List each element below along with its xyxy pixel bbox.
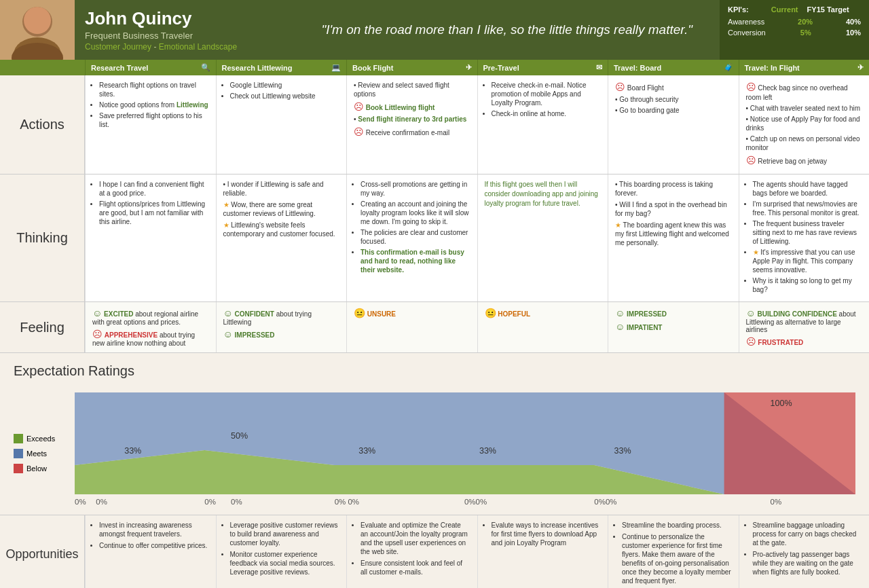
feeling-label: Feeling [0, 302, 85, 352]
wow-icon: ★ [615, 221, 621, 229]
list-item: • Notice use of Apply Pay for food and d… [746, 115, 863, 132]
list-item: The agents should have tagged bags befor… [753, 180, 863, 198]
opps-cell-2: Leverage positive customer reviews to bu… [216, 515, 347, 588]
actions-cell-3: • Review and select saved flight options… [346, 75, 477, 174]
kpi-panel: KPI's: Current FY15 Target Awareness 20%… [720, 0, 869, 60]
thinking-list-1: I hope I can find a convenient flight at… [99, 180, 209, 226]
bottom-label-1: 0% [75, 498, 86, 507]
actions-cell-6: ☹ Check bag since no overhead room left … [739, 75, 870, 174]
actions-list-2: Google Littlewing Check out Littlewing w… [230, 81, 340, 100]
feeling-cell-6: ☺ BUILDING CONFIDENCE about Littlewing a… [739, 302, 870, 352]
list-item: Research flight options on travel sites. [99, 81, 209, 98]
actions-cell-1: Research flight options on travel sites.… [85, 75, 216, 174]
legend-exceeds: Exceeds [14, 434, 68, 443]
list-item: ★ Littlewing's website feels contemporar… [223, 221, 340, 238]
actions-cell-5: ☹ Board Flight • Go through security • G… [608, 75, 739, 174]
list-item: ★ The boarding agent knew this was my fi… [615, 221, 732, 247]
list-item: Check-in online at home. [492, 109, 602, 118]
opps-cell-6: Streamline baggage unloading process for… [739, 515, 870, 588]
list-item: The policies are clear and customer focu… [360, 228, 470, 246]
chart-title: Expectation Ratings [14, 363, 855, 379]
kpi-title: KPI's: Current FY15 Target [728, 5, 861, 14]
feeling-item: 😐 HOPEFUL [485, 308, 602, 318]
feeling-cell-4: 😐 HOPEFUL [477, 302, 608, 352]
happy-icon: ☺ [223, 329, 233, 339]
journey-label: Customer Journey - Emotional Landscape [85, 42, 284, 52]
list-item: Streamline the boarding process. [622, 521, 732, 530]
legend-meets: Meets [14, 449, 68, 458]
list-item: • Go to boarding gate [615, 106, 732, 115]
book-flight-icon: ✈ [466, 63, 472, 72]
list-item: • Review and select saved flight options [354, 81, 470, 98]
feeling-item: ☺ BUILDING CONFIDENCE about Littlewing a… [746, 308, 863, 333]
svg-point-3 [24, 7, 51, 34]
list-item: ☹ Check bag since no overhead room left [746, 81, 863, 102]
phase-travel-in-flight: Travel: In Flight ✈ [739, 60, 870, 75]
feeling-item: ☺ CONFIDENT about trying Littlewing [223, 308, 340, 326]
travel-board-label: Travel: Board [614, 64, 661, 72]
kpi-conversion: Conversion 5% 10% [728, 27, 861, 38]
phases-spacer [0, 60, 85, 75]
opportunities-section: Opportunities Invest in increasing aware… [0, 515, 869, 588]
list-item: I hope I can find a convenient flight at… [99, 180, 209, 198]
sad-icon: ☹ [746, 336, 756, 347]
neutral-icon: 😐 [485, 308, 496, 318]
chart-legend: Exceeds Meets Below [14, 386, 68, 508]
meets-box [14, 449, 23, 458]
chart-section: Expectation Ratings Exceeds Meets Below [0, 353, 869, 515]
phase-book-flight: Book Flight ✈ [346, 60, 477, 75]
list-item: • Send flight itinerary to 3rd parties [354, 115, 470, 124]
header: John Quincy Frequent Business Traveler C… [0, 0, 869, 60]
thinking-list-2: • I wonder if Littlewing is safe and rel… [223, 180, 340, 238]
exceeds-box [14, 434, 23, 443]
list-item: Flight options/prices from Littlewing ar… [99, 200, 209, 226]
opportunities-cells: Invest in increasing awareness amongst f… [85, 515, 869, 588]
research-travel-icon: 🔍 [201, 63, 210, 72]
thinking-cell-5: • This boarding process is taking foreve… [608, 174, 739, 301]
actions-list-3: • Review and select saved flight options… [354, 81, 470, 138]
book-flight-label: Book Flight [352, 64, 394, 72]
opportunities-label: Opportunities [0, 515, 85, 588]
opps-cell-3: Evaluate and optimize the Create an acco… [346, 515, 477, 588]
phase-travel-board: Travel: Board 🧳 [608, 60, 739, 75]
pain-icon: ☹ [354, 101, 364, 112]
bottom-label-2: 0% [96, 498, 107, 507]
thinking-text-4: If this flight goes well then I will con… [485, 180, 602, 208]
list-item: ★ It's impressive that you can use Apple… [753, 248, 863, 274]
list-item: • Catch up on news on personal video mon… [746, 134, 863, 152]
opps-list-6: Streamline baggage unloading process for… [753, 521, 863, 576]
feeling-item: ☺ IMPRESSED [223, 329, 340, 339]
feeling-item: ☺ IMPATIENT [615, 321, 732, 332]
feeling-item: ☺ IMPRESSED [615, 308, 732, 318]
chart-container: Exceeds Meets Below [14, 386, 855, 508]
phase-research-travel: Research Travel 🔍 [85, 60, 216, 75]
actions-list-4: Receive check-in e-mail. Notice promotio… [492, 81, 602, 118]
list-item: Cross-sell promotions are getting in my … [360, 180, 470, 198]
opps-list-2: Leverage positive customer reviews to bu… [230, 521, 340, 576]
thinking-list-6: The agents should have tagged bags befor… [753, 180, 863, 294]
quote-text: "I'm on the road more than I like, so th… [321, 21, 692, 39]
opps-list-3: Evaluate and optimize the Create an acco… [360, 521, 470, 576]
bottom-label-5: 0% 0% [335, 498, 359, 507]
feeling-item: ☹ APPREHENSIVE about trying new airline … [92, 329, 209, 347]
thinking-cell-1: I hope I can find a convenient flight at… [85, 174, 216, 301]
feeling-item: ☹ FRUSTRATED [746, 336, 863, 347]
happy-icon: ☺ [746, 308, 756, 318]
pain-icon: ☹ [354, 126, 364, 137]
list-item: ☹ Retrieve bag on jetway [746, 154, 863, 166]
list-item: ☹ Receive confirmation e-mail [354, 126, 470, 138]
journey-main: Customer Journey [85, 42, 151, 52]
feeling-cell-3: 😐 UNSURE [346, 302, 477, 352]
travel-in-flight-label: Travel: In Flight [745, 64, 800, 72]
travel-board-icon: 🧳 [724, 63, 733, 72]
list-item: Evalute ways to increase incentives for … [492, 521, 602, 547]
list-item: Continue to offer competitive prices. [99, 541, 209, 550]
list-item: Save preferred flight options to his lis… [99, 111, 209, 129]
bottom-label-4: 0% [231, 498, 242, 507]
actions-row: Actions Research flight options on trave… [0, 75, 869, 174]
list-item: Notice good options from Littlewing [99, 100, 209, 109]
list-item: • Go through security [615, 95, 732, 104]
thinking-cell-6: The agents should have tagged bags befor… [739, 174, 870, 301]
thinking-row: Thinking I hope I can find a convenient … [0, 174, 869, 302]
label-33-4: 33% [479, 447, 496, 456]
